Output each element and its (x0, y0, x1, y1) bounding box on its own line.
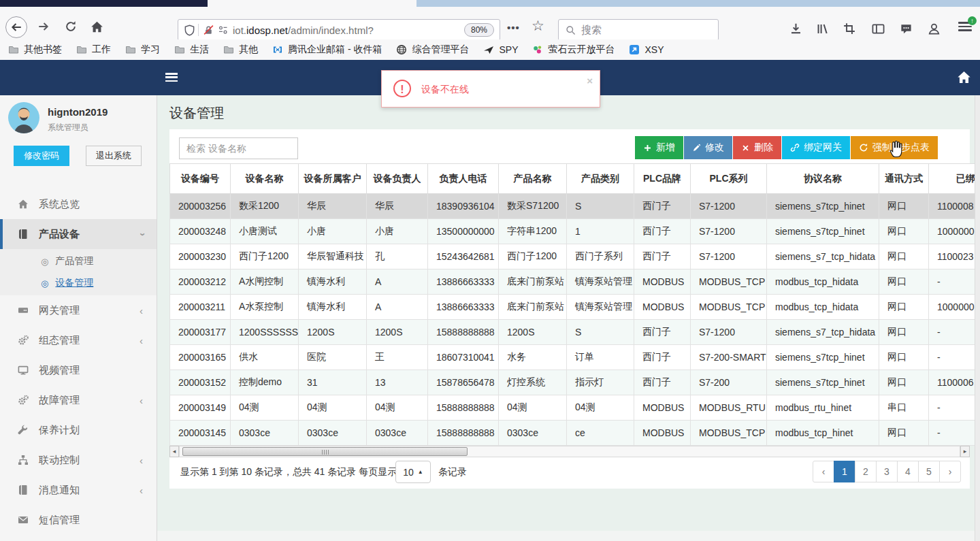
zoom-level-badge[interactable]: 80% (464, 23, 494, 37)
browser-search-field[interactable]: 搜索 (558, 19, 719, 41)
sidebar-item[interactable]: 联动控制‹ (0, 445, 157, 475)
table-row[interactable]: 200003248小唐测试小唐小唐13500000000字符串12001西门子S… (170, 219, 975, 244)
table-cell: 200003230 (170, 244, 231, 269)
column-header[interactable]: PLC系列 (691, 164, 767, 194)
forward-button[interactable] (35, 18, 52, 35)
delete-button[interactable]: 删除 (733, 136, 781, 159)
sidebar-item[interactable]: 保养计划 (0, 415, 157, 445)
sidebar-item[interactable]: 组态管理‹ (0, 325, 157, 355)
logout-button[interactable]: 退出系统 (86, 146, 142, 166)
table-cell: 200003211 (170, 295, 231, 320)
scroll-left-button[interactable]: ◂ (169, 446, 179, 457)
sidebar-item[interactable]: 短信管理 (0, 505, 157, 535)
bookmark-item[interactable]: XSY (629, 44, 664, 56)
sidebar-item[interactable]: 消息通知‹ (0, 475, 157, 505)
page-button[interactable]: 3 (876, 461, 898, 482)
column-header[interactable]: 已绑定网关 (929, 164, 975, 194)
screen: iot.idosp.net/admin/index.html? 80% ••• … (0, 0, 980, 541)
page-actions-icon[interactable]: ••• (507, 22, 520, 33)
bookmark-item[interactable]: 其他 (223, 44, 258, 56)
page-button[interactable]: 5 (918, 461, 940, 482)
downloads-icon[interactable] (787, 20, 804, 37)
column-header[interactable]: 产品类别 (567, 164, 634, 194)
column-header[interactable]: 通讯方式 (879, 164, 929, 194)
sidebar-item[interactable]: 产品设备‹ (0, 219, 157, 249)
table-row[interactable]: 200003211A水泵控制镇海水利A13886663333底来门前泵站镇海泵站… (170, 295, 975, 320)
bookmark-item[interactable]: 学习 (125, 44, 160, 56)
sidebar-item[interactable]: 故障管理‹ (0, 385, 157, 415)
back-button[interactable] (5, 16, 27, 38)
sidebar-subitem[interactable]: ◎产品管理 (0, 250, 157, 272)
table-cell: siemens_s7_tcp_hidata (767, 320, 879, 345)
menu-hamburger-icon[interactable]: ↑ (958, 22, 972, 33)
avatar (8, 102, 39, 133)
bookmark-item[interactable]: 工作 (76, 44, 111, 56)
page-button[interactable]: 2 (855, 461, 877, 482)
pocket-chat-icon[interactable] (898, 20, 914, 37)
scrollbar-thumb[interactable] (182, 447, 468, 456)
tracking-shield-icon[interactable] (184, 24, 195, 36)
table-row[interactable]: 200003152控制demo311315878656478灯控系统指示灯西门子… (170, 370, 975, 395)
force-sync-points-button[interactable]: 强制同步点表 (851, 136, 938, 159)
bookmark-item[interactable]: 萤石云开放平台 (532, 44, 615, 56)
scroll-right-button[interactable]: ▸ (960, 446, 970, 457)
table-row[interactable]: 20000314904测04测04测1588888888804测04测MODBU… (170, 395, 975, 421)
home-button[interactable] (88, 18, 105, 35)
prev-page-button[interactable]: ‹ (813, 461, 834, 482)
update-badge: ↑ (968, 16, 977, 25)
alert-close-icon[interactable]: × (587, 75, 593, 86)
table-cell: 200003177 (170, 320, 231, 345)
bookmark-label: XSY (644, 44, 664, 55)
sidebar-toggle-icon[interactable] (165, 73, 178, 82)
bookmark-item[interactable]: 综合管理平台 (396, 44, 469, 56)
table-row[interactable]: 200003230西门子1200华辰智通科技孔15243642681西门子120… (170, 244, 975, 269)
app-home-icon[interactable] (957, 70, 971, 86)
bookmark-star-icon[interactable]: ☆ (532, 18, 544, 34)
table-row[interactable]: 200003165供水医院王18607310041水务订单西门子S7-200-S… (170, 345, 975, 370)
active-tab-sliver[interactable] (0, 0, 208, 7)
bookmark-item[interactable]: SPY (483, 44, 518, 56)
column-header[interactable]: PLC品牌 (634, 164, 691, 194)
edit-button[interactable]: 修改 (684, 136, 732, 159)
bookmark-item[interactable]: 生活 (174, 44, 209, 56)
sidebar-item[interactable]: 网关管理‹ (0, 295, 157, 325)
device-search-input[interactable] (179, 137, 298, 159)
table-row[interactable]: 200003212A水闸控制镇海水利A13886663333底来门前泵站镇海泵站… (170, 269, 975, 295)
page-button[interactable]: 1 (834, 461, 855, 482)
insecure-lock-icon[interactable] (203, 24, 214, 36)
bind-gateway-button[interactable]: 绑定网关 (782, 136, 850, 159)
vertical-scrollbar[interactable] (975, 95, 980, 541)
table-row[interactable]: 200003256数采1200华辰华辰18390936104数采S71200S西… (170, 194, 975, 219)
next-page-button[interactable]: › (939, 461, 961, 482)
change-password-button[interactable]: 修改密码 (14, 146, 69, 166)
sidebar-subitem-label: 设备管理 (55, 277, 93, 289)
table-row[interactable]: 2000031771200SSSSSS1200S1200S15888888888… (170, 320, 975, 345)
column-header[interactable]: 负责人电话 (428, 164, 499, 194)
library-icon[interactable] (814, 20, 830, 37)
add-button[interactable]: 新增 (635, 136, 683, 159)
sidebar-subitem[interactable]: ◎设备管理 (0, 272, 157, 294)
screenshot-icon[interactable] (841, 20, 858, 37)
sidebar-item[interactable]: 系统总览 (0, 189, 157, 219)
sidebar-item[interactable]: 视频管理 (0, 355, 157, 385)
column-header[interactable]: 设备负责人 (367, 164, 428, 194)
column-header[interactable]: 协议名称 (767, 164, 879, 194)
page-size-select[interactable]: 10 ▲ (395, 461, 431, 483)
bookmark-item[interactable]: 腾讯企业邮箱 - 收件箱 (272, 44, 382, 56)
table-cell: 串口 (879, 395, 929, 421)
column-header[interactable]: 设备名称 (231, 164, 299, 194)
sidebars-icon[interactable] (870, 20, 886, 37)
permissions-icon[interactable] (218, 24, 229, 35)
reload-button[interactable] (63, 18, 79, 35)
bookmark-item[interactable]: 其他书签 (8, 44, 62, 56)
column-header[interactable]: 设备所属客户 (299, 164, 367, 194)
table-cell: 华辰 (299, 194, 367, 219)
url-bar[interactable]: iot.idosp.net/admin/index.html? 80% (178, 19, 500, 41)
table-row[interactable]: 2000031450303ce0303ce0303ce1588888888803… (170, 421, 975, 446)
scrollbar-track[interactable] (179, 446, 960, 457)
column-header[interactable]: 产品名称 (499, 164, 567, 194)
column-header[interactable]: 设备编号 (170, 164, 231, 194)
account-icon[interactable] (926, 20, 942, 37)
page-button[interactable]: 4 (897, 461, 919, 482)
table-cell: 18390936104 (428, 194, 499, 219)
